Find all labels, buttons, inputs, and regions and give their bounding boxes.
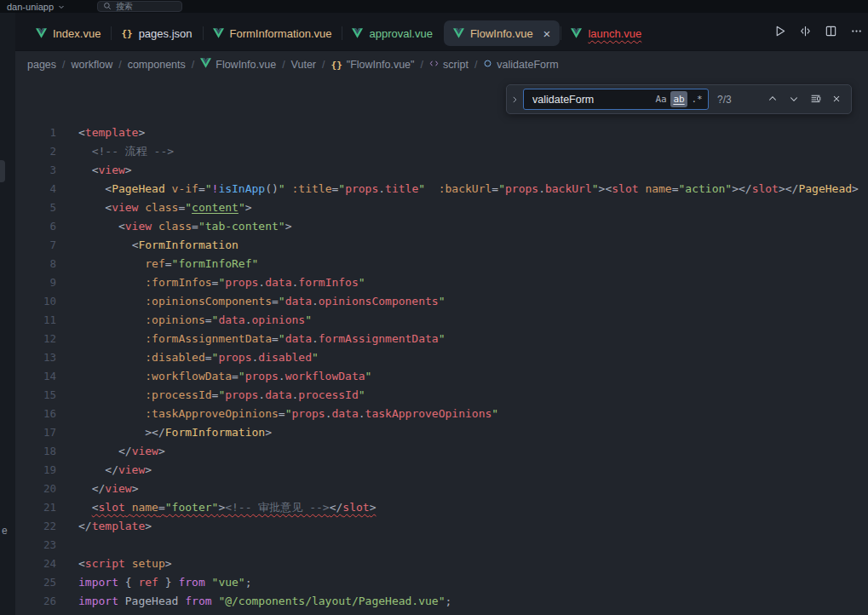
line-content[interactable]: ref="formInfoRef" xyxy=(78,255,258,273)
line-content[interactable]: :formAssignmentData="data.formAssignment… xyxy=(78,330,445,348)
find-in-selection-button[interactable] xyxy=(806,90,825,109)
breadcrumb-item-validateForm[interactable]: validateForm xyxy=(483,59,558,71)
line-number[interactable]: 25 xyxy=(15,573,78,592)
json-braces-icon: {} xyxy=(121,28,132,39)
whole-word-toggle[interactable]: ab xyxy=(670,91,687,107)
line-number[interactable]: 3 xyxy=(15,161,78,180)
line-number[interactable]: 12 xyxy=(15,330,78,348)
previous-match-button[interactable] xyxy=(763,90,782,109)
breadcrumb-label: script xyxy=(443,59,468,71)
line-number[interactable]: 17 xyxy=(15,423,78,442)
line-content[interactable]: import PageHead from "@/components/layou… xyxy=(78,592,451,611)
line-number[interactable]: 6 xyxy=(15,217,78,236)
line-number[interactable]: 8 xyxy=(15,255,78,273)
whole-word-label: ab xyxy=(673,94,684,105)
code-line: 16 :taskApproveOpinions="props.data.task… xyxy=(15,405,868,423)
project-menu[interactable]: dan-uniapp xyxy=(7,2,65,12)
find-input-box: Aa ab .* xyxy=(523,89,709,110)
breadcrumb-item-pages[interactable]: pages xyxy=(27,59,56,71)
line-number[interactable]: 24 xyxy=(15,555,78,573)
breadcrumb-item-script[interactable]: script xyxy=(429,59,468,71)
line-content[interactable]: :opinions="data.opinions" xyxy=(78,311,312,330)
line-content[interactable]: :workflowData="props.workflowData" xyxy=(78,367,371,386)
line-content[interactable]: </template> xyxy=(78,517,152,536)
next-match-button[interactable] xyxy=(785,90,803,109)
find-in-selection-icon xyxy=(810,92,821,107)
regex-toggle[interactable]: .* xyxy=(688,91,705,107)
vue-file-icon xyxy=(36,28,47,38)
line-number[interactable]: 16 xyxy=(15,405,78,423)
code-line: 7 <FormInformation xyxy=(15,236,868,255)
run-button[interactable] xyxy=(773,25,786,41)
breadcrumb-item-FlowInfo.vue[interactable]: {}"FlowInfo.vue" xyxy=(331,59,415,71)
line-number[interactable]: 13 xyxy=(15,348,78,367)
match-case-toggle[interactable]: Aa xyxy=(652,91,670,107)
line-number[interactable]: 15 xyxy=(15,386,78,405)
line-number[interactable]: 2 xyxy=(15,142,78,161)
tab-launch.vue[interactable]: launch.vue xyxy=(561,20,651,46)
split-editor-button[interactable] xyxy=(825,25,837,41)
breadcrumb-separator: / xyxy=(421,59,423,71)
tab-FlowInfo.vue[interactable]: FlowInfo.vue× xyxy=(444,20,560,46)
breadcrumb-label: FlowInfo.vue xyxy=(216,59,276,71)
breadcrumb-item-workflow[interactable]: workflow xyxy=(72,59,113,71)
line-content[interactable]: </view> xyxy=(78,480,138,498)
line-number[interactable]: 22 xyxy=(15,517,78,536)
line-content[interactable]: ></FormInformation> xyxy=(78,423,272,442)
project-name: dan-uniapp xyxy=(7,2,54,12)
sidebar-scrollbar-handle[interactable] xyxy=(0,160,5,182)
line-content[interactable]: <view> xyxy=(78,161,132,180)
compare-changes-button[interactable] xyxy=(799,25,812,41)
line-content[interactable]: :taskApproveOpinions="props.data.taskApp… xyxy=(78,405,498,423)
breadcrumb-item-components[interactable]: components xyxy=(128,59,186,71)
line-number[interactable]: 5 xyxy=(15,198,78,217)
titlebar-search-box[interactable]: 搜索 xyxy=(97,1,182,12)
line-content[interactable]: <FormInformation xyxy=(78,236,239,255)
vue-file-icon xyxy=(352,28,363,38)
breadcrumb-label: Vuter xyxy=(291,59,316,71)
line-content[interactable]: :opinionsComponents="data.opinionsCompon… xyxy=(78,292,445,311)
find-input[interactable] xyxy=(531,93,652,106)
tab-approval.vue[interactable]: approval.vue xyxy=(342,20,441,46)
tab-Index.vue[interactable]: Index.vue xyxy=(26,20,110,46)
line-content[interactable]: <view class="content"> xyxy=(78,198,252,217)
line-content[interactable]: :processId="props.data.processId" xyxy=(78,386,365,405)
split-editor-icon xyxy=(825,25,837,41)
line-content[interactable]: :disabled="props.disabled" xyxy=(78,348,319,367)
line-number[interactable]: 21 xyxy=(15,498,78,517)
line-content[interactable]: <!-- 流程 --> xyxy=(78,142,174,161)
close-tab-icon[interactable]: × xyxy=(543,27,551,40)
line-number[interactable]: 4 xyxy=(15,180,78,198)
line-content[interactable]: import { ref } from "vue"; xyxy=(78,573,252,592)
line-number[interactable]: 19 xyxy=(15,461,78,480)
line-number[interactable]: 1 xyxy=(15,124,78,142)
line-number[interactable]: 10 xyxy=(15,292,78,311)
tab-FormInformation.vue[interactable]: FormInformation.vue xyxy=(204,20,342,46)
tab-pages.json[interactable]: {}pages.json xyxy=(112,20,201,46)
toggle-replace-button[interactable] xyxy=(507,85,521,113)
line-content[interactable]: <view class="tab-content"> xyxy=(78,217,291,236)
line-content[interactable]: </view> xyxy=(78,442,165,461)
line-number[interactable]: 20 xyxy=(15,480,78,498)
line-number[interactable]: 9 xyxy=(15,273,78,292)
code-lines[interactable]: 1<template>2 <!-- 流程 -->3 <view>4 <PageH… xyxy=(15,124,868,611)
breadcrumb-item-Vuter[interactable]: Vuter xyxy=(291,59,316,71)
line-number[interactable]: 14 xyxy=(15,367,78,386)
line-number[interactable]: 23 xyxy=(15,536,78,555)
line-content[interactable]: <PageHead v-if="!isInApp()" :title="prop… xyxy=(78,180,859,198)
line-number[interactable]: 11 xyxy=(15,311,78,330)
line-content[interactable]: <slot name="footer"><!-- 审批意见 --></slot> xyxy=(78,498,376,517)
editor-group: Index.vue{}pages.jsonFormInformation.vue… xyxy=(15,13,868,615)
line-content[interactable]: <script setup> xyxy=(78,555,172,573)
close-find-button[interactable] xyxy=(827,90,846,109)
line-number[interactable]: 26 xyxy=(15,592,78,611)
breadcrumb: pages/workflow/components/FlowInfo.vue/V… xyxy=(15,51,868,78)
editor[interactable]: Aa ab .* ?/3 xyxy=(15,78,868,615)
line-content[interactable]: <template> xyxy=(78,124,145,142)
line-content[interactable]: :formInfos="props.data.formInfos" xyxy=(78,273,365,292)
more-actions-button[interactable] xyxy=(850,25,863,41)
breadcrumb-item-FlowInfo.vue[interactable]: FlowInfo.vue xyxy=(200,58,276,71)
line-number[interactable]: 18 xyxy=(15,442,78,461)
line-number[interactable]: 7 xyxy=(15,236,78,255)
line-content[interactable]: </view> xyxy=(78,461,152,480)
